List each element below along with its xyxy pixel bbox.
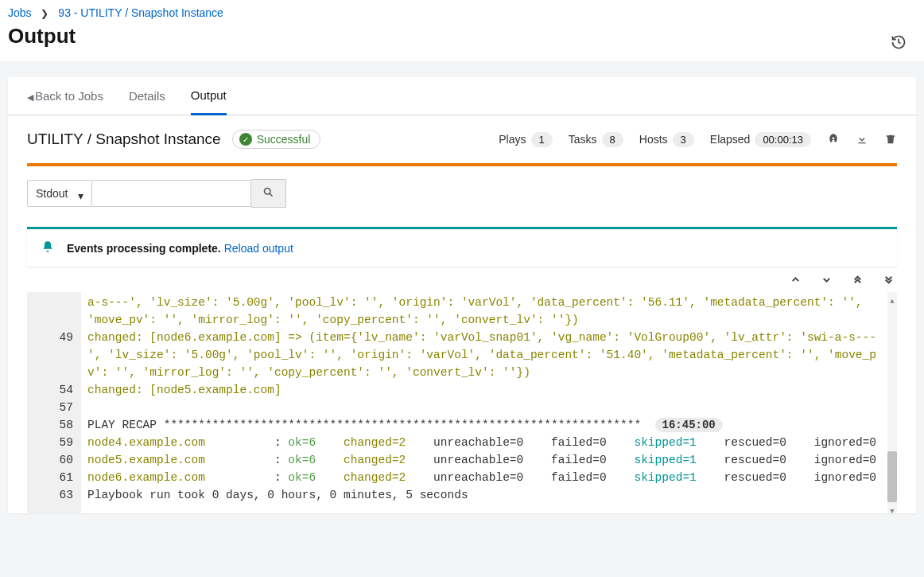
code-line: node4.example.com : ok=6 changed=2 unrea… <box>87 434 881 451</box>
code-line: changed: [node6.example.com] => (item={'… <box>87 329 881 381</box>
breadcrumb-separator-icon: ❯ <box>41 8 49 19</box>
line-number: 61 <box>35 469 73 486</box>
line-number: 60 <box>35 451 73 469</box>
hosts-count: 3 <box>673 132 694 147</box>
elapsed-label: Elapsed <box>710 133 751 146</box>
filter-bar: Stdout ▾ <box>8 166 916 214</box>
hosts-label: Hosts <box>639 133 668 146</box>
breadcrumb-jobs[interactable]: Jobs <box>8 6 32 19</box>
chevron-up-icon[interactable] <box>790 275 801 287</box>
scroll-down-arrow-icon[interactable]: ▼ <box>887 502 897 513</box>
caret-down-icon: ▾ <box>78 189 83 202</box>
reload-output-link[interactable]: Reload output <box>224 242 293 255</box>
rocket-icon[interactable] <box>827 133 840 146</box>
line-number: 57 <box>35 399 73 416</box>
search-input[interactable] <box>92 180 251 207</box>
output-mode-select[interactable]: Stdout ▾ <box>27 180 92 207</box>
job-title: UTILITY / Snapshot Instance <box>27 131 221 148</box>
double-chevron-up-icon[interactable] <box>852 275 863 287</box>
search-button[interactable] <box>251 179 286 208</box>
output-card: ◀Back to Jobs Details Output UTILITY / S… <box>8 77 916 513</box>
line-number: 54 <box>35 381 73 399</box>
code-line: node5.example.com : ok=6 changed=2 unrea… <box>87 451 881 469</box>
alert-text: Events processing complete. Reload outpu… <box>67 242 293 255</box>
tab-output[interactable]: Output <box>191 77 227 115</box>
tasks-label: Tasks <box>569 133 597 146</box>
titlebar: UTILITY / Snapshot Instance ✓ Successful… <box>8 115 916 163</box>
scrollbar[interactable]: ▲ ▼ <box>887 292 897 513</box>
plays-count: 1 <box>531 132 553 147</box>
code-line: Playbook run took 0 days, 0 hours, 0 min… <box>87 486 881 504</box>
timestamp-pill: 16:45:00 <box>655 418 723 432</box>
line-gutter: 49 54575859606163 <box>27 292 81 513</box>
events-alert: Events processing complete. Reload outpu… <box>27 227 897 267</box>
back-to-jobs[interactable]: ◀Back to Jobs <box>27 78 103 114</box>
svg-point-0 <box>265 189 271 195</box>
line-number: 63 <box>35 486 73 504</box>
status-badge: ✓ Successful <box>232 130 321 149</box>
breadcrumb: Jobs ❯ 93 - UTILITY / Snapshot Instance <box>8 6 916 19</box>
plays-label: Plays <box>499 133 526 146</box>
page-header: Jobs ❯ 93 - UTILITY / Snapshot Instance … <box>0 0 924 61</box>
double-chevron-down-icon[interactable] <box>883 275 894 287</box>
stats-bar: Plays1 Tasks8 Hosts3 Elapsed00:00:13 <box>499 132 897 147</box>
bell-icon <box>41 240 54 255</box>
page-title: Output <box>8 24 916 49</box>
code-line: node6.example.com : ok=6 changed=2 unrea… <box>87 469 881 486</box>
check-icon: ✓ <box>239 133 252 146</box>
status-text: Successful <box>257 133 311 146</box>
tabs: ◀Back to Jobs Details Output <box>8 77 916 115</box>
tab-details[interactable]: Details <box>129 78 165 114</box>
scroll-track[interactable] <box>887 303 897 502</box>
code-body[interactable]: a-s---', 'lv_size': '5.00g', 'pool_lv': … <box>81 292 887 513</box>
line-number <box>35 294 73 311</box>
code-line: changed: [node5.example.com] <box>87 381 881 399</box>
svg-line-1 <box>270 193 273 196</box>
download-icon[interactable] <box>856 133 868 146</box>
chevron-down-icon[interactable] <box>821 275 832 287</box>
scroll-thumb[interactable] <box>887 451 897 502</box>
scroll-nav <box>8 270 916 289</box>
scroll-up-arrow-icon[interactable]: ▲ <box>887 292 897 303</box>
tasks-count: 8 <box>602 132 623 147</box>
history-icon[interactable] <box>891 34 907 53</box>
line-number: 59 <box>35 434 73 451</box>
breadcrumb-current[interactable]: 93 - UTILITY / Snapshot Instance <box>58 6 223 19</box>
output-console: 49 54575859606163 a-s---', 'lv_size': '5… <box>27 292 897 513</box>
code-line <box>87 399 881 416</box>
line-number: 49 <box>35 329 73 346</box>
code-line: a-s---', 'lv_size': '5.00g', 'pool_lv': … <box>87 294 881 329</box>
trash-icon[interactable] <box>884 133 897 146</box>
line-number: 58 <box>35 416 73 434</box>
elapsed-time: 00:00:13 <box>755 132 811 147</box>
code-line: PLAY RECAP *****************************… <box>87 416 881 434</box>
